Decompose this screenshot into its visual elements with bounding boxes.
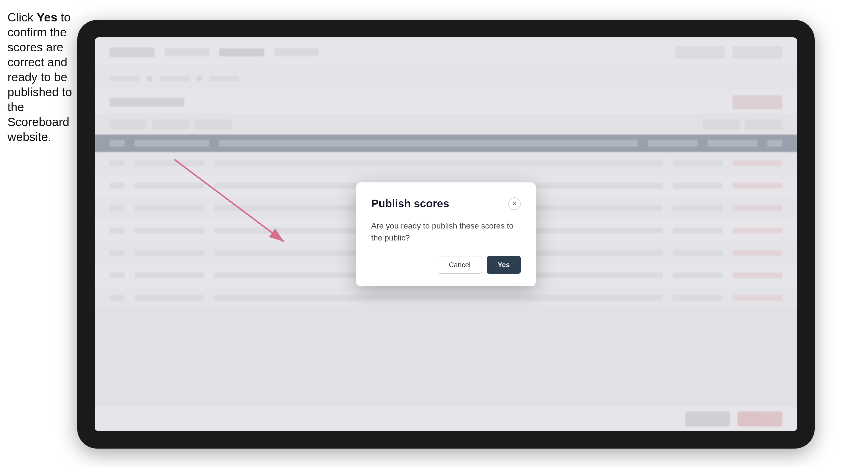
modal-title: Publish scores xyxy=(371,197,449,210)
publish-scores-modal: Publish scores × Are you ready to publis… xyxy=(356,182,536,286)
modal-header: Publish scores × xyxy=(371,197,521,210)
instruction-bold: Yes xyxy=(37,11,57,24)
modal-body-text: Are you ready to publish these scores to… xyxy=(371,220,521,244)
yes-button[interactable]: Yes xyxy=(487,256,521,274)
cancel-button[interactable]: Cancel xyxy=(438,256,482,274)
instruction-part2: to confirm the scores are correct and re… xyxy=(7,11,72,144)
tablet-screen: Publish scores × Are you ready to publis… xyxy=(95,37,797,431)
instruction-part1: Click xyxy=(7,11,37,24)
modal-footer: Cancel Yes xyxy=(371,256,521,274)
instruction-text: Click Yes to confirm the scores are corr… xyxy=(7,10,80,145)
modal-body: Are you ready to publish these scores to… xyxy=(371,220,521,244)
tablet-device: Publish scores × Are you ready to publis… xyxy=(77,20,815,448)
modal-overlay: Publish scores × Are you ready to publis… xyxy=(95,37,797,431)
modal-close-button[interactable]: × xyxy=(508,197,521,210)
